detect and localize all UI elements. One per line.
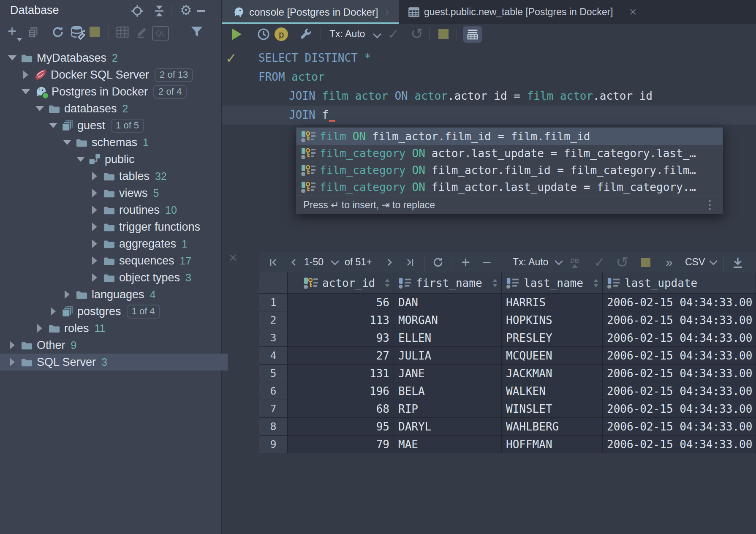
collapsed-arrow-icon[interactable]: [88, 188, 101, 198]
cell-last-update[interactable]: 2006-02-15 04:34:33.00: [603, 347, 756, 365]
sql-line-4[interactable]: JOIN f: [289, 106, 329, 125]
cell-first-name[interactable]: DARYL: [394, 418, 502, 436]
collapsed-arrow-icon[interactable]: [88, 272, 101, 283]
completion-item[interactable]: film_categoryONfilm_actor.last_update = …: [296, 179, 723, 196]
collapsed-arrow-icon[interactable]: [6, 340, 19, 350]
next-page-button[interactable]: [384, 252, 394, 272]
refresh-icon[interactable]: [51, 25, 65, 39]
run-button[interactable]: [232, 28, 242, 40]
tree-item-other[interactable]: Other 9: [0, 337, 228, 354]
column-header-actor-id[interactable]: actor_id: [288, 272, 394, 294]
tree-item-schemas[interactable]: schemas 1: [0, 134, 283, 151]
tree-item-docker-sql-server[interactable]: Docker SQL Server 2 of 13: [0, 66, 241, 83]
tree-item-views[interactable]: views 5: [0, 185, 310, 202]
expand-arrow-icon[interactable]: [47, 120, 60, 131]
collapsed-arrow-icon[interactable]: [88, 171, 101, 181]
expand-arrow-icon[interactable]: [74, 154, 87, 164]
tree-item-mydatabases[interactable]: MyDatabases 2: [0, 49, 228, 66]
cell-last-name[interactable]: PRESLEY: [502, 329, 603, 347]
cell-actor-id[interactable]: 27: [288, 347, 394, 365]
cell-last-name[interactable]: WINSLET: [502, 400, 603, 418]
completion-item[interactable]: filmONfilm_actor.film_id = film.film_id: [296, 128, 723, 145]
sql-line-2[interactable]: FROM actor: [258, 68, 325, 87]
tree-item-postgres-db[interactable]: postgres 1 of 4: [0, 303, 269, 320]
cell-actor-id[interactable]: 56: [288, 294, 394, 311]
more-actions-icon[interactable]: »: [666, 252, 673, 272]
filter-icon[interactable]: [189, 24, 204, 39]
cell-first-name[interactable]: MAE: [394, 436, 502, 453]
cell-first-name[interactable]: ELLEN: [394, 329, 502, 347]
cell-actor-id[interactable]: 93: [288, 329, 394, 347]
cell-last-update[interactable]: 2006-02-15 04:34:33.00: [603, 382, 756, 400]
tree-item-languages[interactable]: languages 4: [0, 286, 283, 303]
cell-last-update[interactable]: 2006-02-15 04:34:33.00: [603, 400, 756, 418]
expand-arrow-icon[interactable]: [33, 104, 46, 114]
expand-arrow-icon[interactable]: [19, 87, 32, 97]
collapsed-arrow-icon[interactable]: [47, 306, 60, 316]
cell-last-name[interactable]: WALKEN: [502, 382, 603, 400]
history-icon[interactable]: [257, 27, 270, 41]
tree-item-postgres-in-docker[interactable]: Postgres in Docker 2 of 4: [0, 83, 241, 100]
collapsed-arrow-icon[interactable]: [6, 357, 19, 367]
datasource-properties-icon[interactable]: [70, 25, 85, 40]
close-results-icon[interactable]: ×: [229, 250, 237, 264]
collapse-all-icon[interactable]: [153, 5, 166, 17]
query-console-icon[interactable]: QL: [152, 26, 169, 41]
completion-item[interactable]: film_categoryONactor.last_update = film_…: [296, 145, 723, 162]
tx-mode-selector[interactable]: Tx: Auto: [513, 252, 548, 272]
dialect-badge[interactable]: p: [275, 27, 288, 41]
column-header-first-name[interactable]: first_name: [394, 272, 502, 294]
duplicate-icon[interactable]: [26, 25, 40, 39]
tree-item-aggregates[interactable]: aggregates 1: [0, 235, 310, 252]
cell-last-name[interactable]: HOFFMAN: [502, 436, 603, 453]
cell-last-update[interactable]: 2006-02-15 04:34:33.00: [603, 365, 756, 382]
cell-first-name[interactable]: DAN: [394, 294, 502, 311]
cell-last-name[interactable]: HARRIS: [502, 294, 603, 311]
cell-first-name[interactable]: JANE: [394, 365, 502, 382]
page-range-selector[interactable]: 1-50: [304, 252, 324, 272]
tab-close-icon[interactable]: ×: [629, 5, 637, 18]
add-row-button[interactable]: +: [461, 252, 470, 272]
tree-item-public[interactable]: public: [0, 151, 296, 168]
cell-last-update[interactable]: 2006-02-15 04:34:33.00: [603, 311, 756, 329]
sort-icon[interactable]: [593, 278, 599, 288]
tree-item-trigger-functions[interactable]: trigger functions: [0, 218, 310, 235]
prev-page-button[interactable]: [289, 252, 299, 272]
cell-last-name[interactable]: MCQUEEN: [502, 347, 603, 365]
export-format-selector[interactable]: CSV: [685, 252, 705, 272]
kebab-menu-icon[interactable]: ⋮: [704, 199, 716, 211]
cell-actor-id[interactable]: 131: [288, 365, 394, 382]
tree-item-databases[interactable]: databases 2: [0, 100, 255, 117]
collapsed-arrow-icon[interactable]: [33, 323, 46, 333]
cell-actor-id[interactable]: 196: [288, 382, 394, 400]
collapsed-arrow-icon[interactable]: [88, 256, 101, 266]
cell-actor-id[interactable]: 95: [288, 418, 394, 436]
cell-first-name[interactable]: BELA: [394, 382, 502, 400]
tree-item-tables[interactable]: tables 32: [0, 168, 310, 185]
sort-icon[interactable]: [384, 278, 390, 288]
table-icon[interactable]: [116, 26, 129, 38]
tab-chevron-icon[interactable]: ›: [385, 6, 389, 18]
in-editor-results-toggle[interactable]: [463, 26, 482, 43]
collapsed-arrow-icon[interactable]: [88, 239, 101, 249]
column-header-last-name[interactable]: last_name: [502, 272, 603, 294]
hide-panel-icon[interactable]: [197, 10, 205, 12]
reload-page-button[interactable]: [432, 252, 444, 272]
cell-last-update[interactable]: 2006-02-15 04:34:33.00: [603, 436, 756, 453]
cell-actor-id[interactable]: 68: [288, 400, 394, 418]
tree-item-routines[interactable]: routines 10: [0, 202, 310, 218]
expand-arrow-icon[interactable]: [61, 137, 73, 147]
column-header-last-update[interactable]: last_update: [603, 272, 756, 294]
sql-line-3[interactable]: JOIN film_actor ON actor.actor_id = film…: [289, 87, 653, 106]
sql-line-1[interactable]: SELECT DISTINCT *: [258, 49, 371, 68]
collapsed-arrow-icon[interactable]: [88, 205, 101, 215]
tx-mode-selector[interactable]: Tx: Auto: [329, 28, 365, 40]
wrench-icon[interactable]: [298, 27, 313, 41]
collapsed-arrow-icon[interactable]: [88, 222, 101, 232]
gear-icon[interactable]: ⚙: [180, 3, 192, 17]
delete-row-button[interactable]: −: [482, 252, 491, 272]
cell-first-name[interactable]: RIP: [394, 400, 502, 418]
collapsed-arrow-icon[interactable]: [19, 70, 32, 80]
cell-last-update[interactable]: 2006-02-15 04:34:33.00: [603, 294, 756, 311]
first-page-button[interactable]: [269, 252, 279, 272]
